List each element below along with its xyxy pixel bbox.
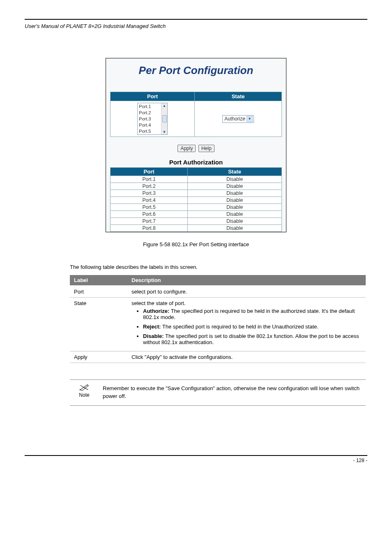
- screenshot-panel: Per Port Configuration Port State Port.1…: [106, 58, 286, 232]
- port-option[interactable]: Port.2: [139, 110, 160, 116]
- state-select[interactable]: Authorize ▼: [222, 115, 254, 123]
- note-label: Note: [79, 392, 89, 398]
- auth-header-port: Port: [111, 168, 188, 176]
- note-text: Remember to execute the "Save Configurat…: [99, 382, 366, 403]
- footer-page-number: - 128 -: [353, 458, 367, 463]
- scroll-up-icon[interactable]: ▲: [163, 104, 166, 108]
- table-row: Port.8Disable: [111, 225, 282, 232]
- port-authorization-table: Port State Port.1Disable Port.2Disable P…: [110, 167, 282, 232]
- note-block: Note Remember to execute the "Save Confi…: [70, 379, 366, 406]
- scroll-thumb[interactable]: [162, 115, 167, 123]
- desc-row-apply: Apply Click "Apply" to activate the conf…: [70, 352, 366, 363]
- table-row: Port.5Disable: [111, 204, 282, 211]
- desc-header-label: Label: [70, 275, 127, 286]
- desc-row-state: State select the state of port. Authoriz…: [70, 298, 366, 352]
- table-row: Port.7Disable: [111, 218, 282, 225]
- auth-header-state: State: [188, 168, 282, 176]
- port-listbox[interactable]: Port.1 Port.2 Port.3 Port.4 Port.5 ▲ ▼: [137, 103, 168, 135]
- desc-header-description: Description: [127, 275, 366, 286]
- apply-button[interactable]: Apply: [178, 145, 196, 152]
- help-button[interactable]: Help: [198, 145, 214, 152]
- port-authorization-title: Port Authorization: [110, 155, 282, 167]
- intro-text: The following table describes the labels…: [70, 264, 367, 270]
- scroll-down-icon[interactable]: ▼: [163, 130, 166, 134]
- port-list-scrollbar[interactable]: ▲ ▼: [161, 103, 167, 134]
- table-row: Port.3Disable: [111, 190, 282, 197]
- state-selected-value: Authorize: [224, 116, 245, 122]
- config-table: Port State Port.1 Port.2 Port.3 Port.4 P…: [110, 92, 282, 137]
- port-option[interactable]: Port.5: [139, 128, 160, 134]
- pencil-icon: [78, 383, 90, 391]
- port-option[interactable]: Port.4: [139, 122, 160, 128]
- figure-caption: Figure 5-58 802.1x Per Port Setting inte…: [25, 241, 367, 247]
- table-row: Port.2Disable: [111, 183, 282, 190]
- table-row: Port.1Disable: [111, 176, 282, 183]
- desc-row-port: Port select port to configure.: [70, 286, 366, 298]
- table-row: Port.6Disable: [111, 211, 282, 218]
- config-header-port: Port: [111, 92, 195, 101]
- port-option[interactable]: Port.3: [139, 116, 160, 122]
- port-option[interactable]: Port.1: [139, 104, 160, 110]
- table-row: Port.4Disable: [111, 197, 282, 204]
- header-left: User's Manual of PLANET 8+2G Industrial …: [25, 23, 166, 29]
- chevron-down-icon[interactable]: ▼: [247, 116, 253, 122]
- description-table: Label Description Port select port to co…: [70, 275, 366, 363]
- config-header-state: State: [195, 92, 282, 101]
- screenshot-title: Per Port Configuration: [110, 64, 282, 77]
